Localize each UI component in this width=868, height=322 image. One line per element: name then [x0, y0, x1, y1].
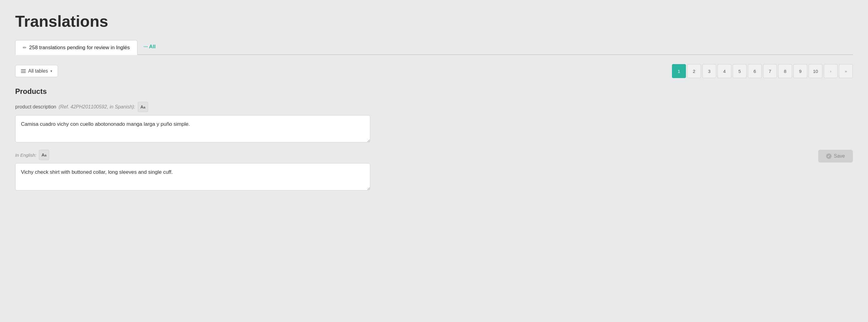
- target-field-label: In English: Aa: [15, 150, 853, 160]
- page-4-button[interactable]: 4: [717, 64, 732, 78]
- save-button[interactable]: ✓ Save: [818, 150, 853, 163]
- chevron-down-icon: ▾: [51, 69, 52, 73]
- page-8-button[interactable]: 8: [778, 64, 792, 78]
- all-tables-button[interactable]: All tables ▾: [15, 65, 58, 77]
- tabs-bar: ✏ 258 translations pending for review in…: [15, 39, 853, 55]
- tab-all[interactable]: ··· All: [137, 39, 162, 54]
- source-field-label: product description (Ref. 42PH201100592,…: [15, 102, 853, 112]
- page-3-button[interactable]: 3: [702, 64, 716, 78]
- page-2-button[interactable]: 2: [687, 64, 701, 78]
- source-format-button[interactable]: Aa: [138, 102, 148, 112]
- page-10-button[interactable]: 10: [808, 64, 823, 78]
- section-title: Products: [15, 87, 853, 96]
- page-7-button[interactable]: 7: [763, 64, 777, 78]
- page-title: Translations: [15, 12, 853, 30]
- page-6-button[interactable]: 6: [748, 64, 762, 78]
- page-5-button[interactable]: 5: [733, 64, 747, 78]
- target-textarea[interactable]: [15, 163, 370, 191]
- products-section: Products product description (Ref. 42PH2…: [15, 87, 853, 198]
- dots-icon: ···: [144, 44, 148, 50]
- page-1-button[interactable]: 1: [672, 64, 686, 78]
- toolbar: All tables ▾ 1 2 3 4 5 6 7 8 9: [15, 64, 853, 78]
- lines-icon: [21, 69, 26, 73]
- check-icon: ✓: [826, 153, 832, 159]
- source-textarea[interactable]: [15, 115, 370, 143]
- pencil-icon: ✏: [23, 45, 27, 51]
- pagination: 1 2 3 4 5 6 7 8 9 10 › »: [672, 64, 853, 78]
- tab-pending[interactable]: ✏ 258 translations pending for review in…: [15, 40, 137, 55]
- last-page-button[interactable]: »: [839, 64, 853, 78]
- page-9-button[interactable]: 9: [793, 64, 807, 78]
- target-format-button[interactable]: Aa: [39, 150, 49, 160]
- translation-row: In English: Aa ✓ Save: [15, 150, 853, 198]
- next-page-button[interactable]: ›: [824, 64, 838, 78]
